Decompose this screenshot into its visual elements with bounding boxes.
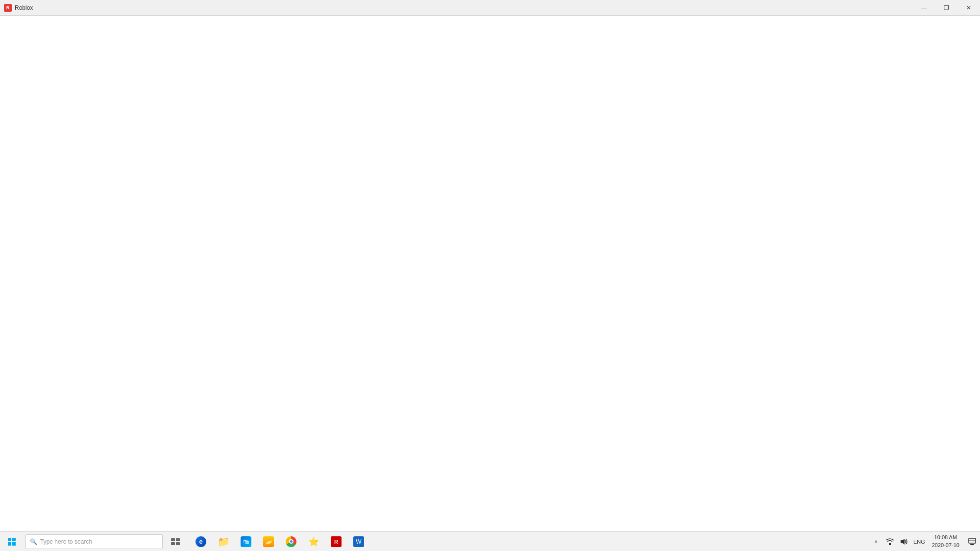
window-title: Roblox — [15, 4, 33, 11]
close-button[interactable]: ✕ — [957, 0, 980, 16]
system-tray: ∧ ENG 10:08 — [870, 532, 980, 551]
taskbar-apps: e 📁 🛍 📂 — [190, 532, 369, 551]
language-indicator[interactable]: ENG — [911, 532, 927, 551]
svg-rect-0 — [8, 538, 11, 541]
network-icon — [886, 538, 894, 545]
windows-icon — [8, 538, 16, 546]
taskbar-app-file-explorer[interactable]: 📁 — [213, 532, 234, 551]
taskbar-app-store[interactable]: 🛍 — [235, 532, 257, 551]
svg-rect-2 — [8, 542, 11, 546]
restore-button[interactable]: ❐ — [935, 0, 957, 16]
svg-rect-10 — [969, 538, 976, 543]
roblox-taskbar-icon: R — [330, 536, 342, 548]
taskbar-app-blue[interactable]: W — [348, 532, 369, 551]
chevron-up-icon: ∧ — [874, 539, 878, 544]
task-view-button[interactable] — [165, 532, 186, 551]
svg-rect-12 — [970, 544, 974, 545]
taskbar-app-roblox[interactable]: R — [325, 532, 347, 551]
minimize-button[interactable]: — — [912, 0, 935, 16]
file-explorer-icon: 📁 — [218, 536, 229, 548]
network-tray-icon[interactable] — [884, 532, 896, 551]
volume-tray-icon[interactable] — [898, 532, 909, 551]
system-clock[interactable]: 10:08 AM 2020-07-10 — [927, 532, 964, 551]
taskbar-app-manager[interactable]: 📂 — [258, 532, 279, 551]
clock-date: 2020-07-10 — [932, 542, 959, 549]
svg-rect-5 — [176, 538, 180, 541]
svg-rect-7 — [176, 542, 180, 545]
main-content — [0, 16, 980, 531]
chrome-icon — [285, 536, 297, 548]
taskbar-app-chrome[interactable] — [280, 532, 302, 551]
svg-rect-4 — [171, 538, 175, 541]
store-icon: 🛍 — [240, 536, 252, 548]
taskbar-app-favorites[interactable]: ⭐ — [303, 532, 324, 551]
svg-rect-6 — [171, 542, 175, 545]
search-bar[interactable]: 🔍 Type here to search — [25, 534, 163, 549]
app-icon: R — [4, 4, 12, 12]
title-bar-left: R Roblox — [0, 4, 33, 12]
blue-app-icon: W — [353, 536, 365, 548]
show-hidden-button[interactable]: ∧ — [870, 532, 882, 551]
notification-icon — [968, 538, 976, 546]
search-placeholder: Type here to search — [40, 538, 92, 545]
manager-icon: 📂 — [263, 536, 274, 548]
svg-rect-1 — [12, 538, 16, 541]
volume-icon — [900, 538, 907, 545]
taskbar-app-edge[interactable]: e — [190, 532, 212, 551]
clock-time: 10:08 AM — [934, 534, 957, 541]
svg-rect-8 — [889, 543, 891, 545]
svg-marker-9 — [901, 539, 905, 545]
title-bar: R Roblox — ❐ ✕ — [0, 0, 980, 16]
notification-button[interactable] — [964, 532, 980, 551]
taskbar: 🔍 Type here to search e 📁 🛍 — [0, 531, 980, 551]
svg-rect-3 — [12, 542, 16, 546]
title-bar-controls: — ❐ ✕ — [912, 0, 980, 16]
task-view-icon — [171, 538, 180, 545]
search-icon: 🔍 — [30, 538, 37, 545]
edge-icon: e — [195, 536, 207, 548]
tray-icons — [882, 532, 911, 551]
favorites-icon: ⭐ — [308, 536, 319, 548]
start-button[interactable] — [0, 532, 24, 551]
